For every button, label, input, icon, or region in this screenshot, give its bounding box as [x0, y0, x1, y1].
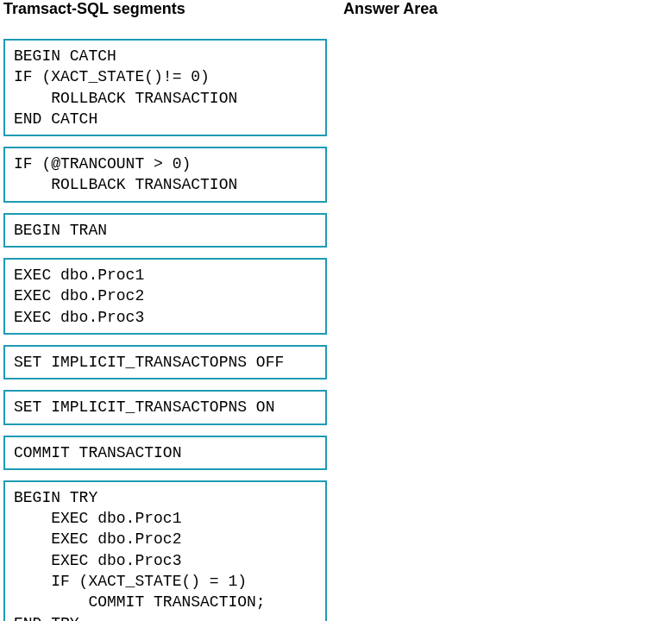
segments-column-header: Tramsact-SQL segments [3, 0, 185, 18]
sql-segment[interactable]: BEGIN TRY EXEC dbo.Proc1 EXEC dbo.Proc2 … [3, 480, 327, 621]
segments-list: BEGIN CATCH IF (XACT_STATE()!= 0) ROLLBA… [3, 39, 327, 621]
sql-segment[interactable]: EXEC dbo.Proc1 EXEC dbo.Proc2 EXEC dbo.P… [3, 258, 327, 335]
sql-segment[interactable]: IF (@TRANCOUNT > 0) ROLLBACK TRANSACTION [3, 147, 327, 203]
sql-segment[interactable]: BEGIN TRAN [3, 213, 327, 248]
answer-area-column-header: Answer Area [343, 0, 437, 18]
sql-segment[interactable]: COMMIT TRANSACTION [3, 436, 327, 470]
sql-segment[interactable]: SET IMPLICIT_TRANSACTOPNS ON [3, 390, 327, 424]
sql-segment[interactable]: BEGIN CATCH IF (XACT_STATE()!= 0) ROLLBA… [3, 39, 327, 136]
sql-segment[interactable]: SET IMPLICIT_TRANSACTOPNS OFF [3, 345, 327, 380]
answer-area-dropzone[interactable] [343, 39, 667, 608]
